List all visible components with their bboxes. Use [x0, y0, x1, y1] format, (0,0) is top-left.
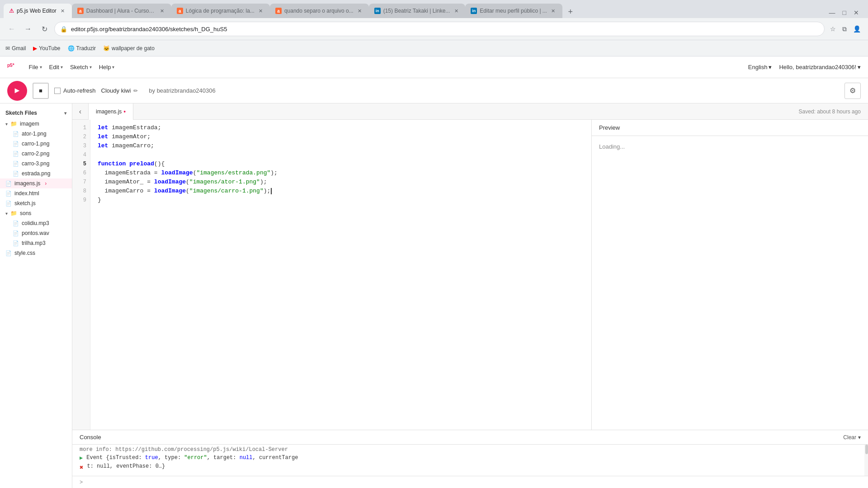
preview-content: Loading...	[592, 136, 868, 430]
linkedin1-favicon-icon: in	[374, 8, 381, 14]
bookmark-translate[interactable]: 🌐 Traduzir	[68, 45, 96, 52]
bookmark-youtube[interactable]: ▶ YouTube	[33, 45, 60, 52]
cat-icon: 🐱	[103, 45, 110, 52]
sidebar-file-carro2[interactable]: 📄 carro-2.png	[0, 149, 72, 159]
console-error-row-2: ✖ t: null, eventPhase: 0…}	[80, 463, 861, 471]
clear-label: Clear	[843, 434, 856, 441]
tab-p5js-close[interactable]: ✕	[59, 7, 66, 14]
code-editor[interactable]: 1 2 3 4 5 6 7 8 9 let imagemEstrada; let…	[72, 120, 591, 430]
file-index-html-label: index.html	[14, 190, 39, 197]
forward-button[interactable]: →	[22, 23, 34, 35]
user-greeting[interactable]: Hello, beatrizbrandao240306! ▾	[779, 64, 861, 70]
menu-file[interactable]: File ▾	[25, 62, 46, 72]
sidebar-file-pontos[interactable]: 📄 pontos.wav	[0, 228, 72, 238]
clear-console-button[interactable]: Clear ▾	[843, 434, 861, 441]
language-selector[interactable]: English ▾	[748, 64, 772, 70]
line-num-1: 1	[72, 123, 90, 132]
editor-tab-imagens-js[interactable]: imagens.js•	[89, 103, 133, 120]
file-chevron-icon: ›	[45, 180, 47, 187]
bookmark-star-icon[interactable]: ☆	[828, 23, 838, 34]
menu-sketch[interactable]: Sketch ▾	[66, 62, 95, 72]
console-input-row[interactable]: >	[72, 476, 868, 488]
line-num-6: 6	[72, 169, 90, 178]
bookmark-wallpaper[interactable]: 🐱 wallpaper de gato	[103, 45, 155, 52]
sidebar-header[interactable]: Sketch Files ▾	[0, 107, 72, 119]
menu-edit[interactable]: Edit ▾	[46, 62, 66, 72]
line-num-5: 5	[72, 160, 90, 169]
tab-linkedin1[interactable]: in (15) Beatriz Takaki | Linke... ✕	[369, 4, 466, 18]
file-icon: 📄	[13, 221, 19, 226]
stop-button[interactable]: ■	[33, 83, 49, 99]
code-content[interactable]: let imagemEstrada; let imagemAtor; let i…	[90, 120, 591, 430]
tab-alura1[interactable]: a Dashboard | Alura - Cursos... ✕	[72, 4, 171, 18]
minimize-button[interactable]: —	[827, 7, 837, 18]
console-error-text-1: Event {isTrusted: true, type: "error", t…	[86, 455, 298, 461]
file-pontos-label: pontos.wav	[22, 230, 49, 236]
file-colidiu-label: colidiu.mp3	[22, 220, 49, 226]
sidebar-file-estrada[interactable]: 📄 estrada.png	[0, 169, 72, 178]
extensions-icon[interactable]: ⧉	[840, 23, 849, 35]
code-line-7: imagemAtor_ = loadImage("imagens/ator-1.…	[98, 178, 584, 187]
tab-linkedin2[interactable]: in Editar meu perfil público | ... ✕	[465, 4, 562, 18]
menu-help-chevron-icon: ▾	[112, 65, 114, 70]
line-num-8: 8	[72, 187, 90, 196]
sidebar-file-trilha[interactable]: 📄 trilha.mp3	[0, 238, 72, 248]
editor-area: ‹ imagens.js• Saved: about 8 hours ago 1…	[72, 103, 868, 488]
sidebar-folder-imagem[interactable]: ▾ 📁 imagem	[0, 119, 72, 129]
new-tab-button[interactable]: +	[564, 5, 577, 18]
console-title: Console	[80, 434, 101, 441]
maximize-button[interactable]: □	[841, 7, 848, 18]
auto-refresh-toggle[interactable]: Auto-refresh	[54, 87, 96, 94]
file-icon: 📄	[5, 181, 12, 187]
console-content[interactable]: more info: https://github.com/processing…	[72, 445, 868, 476]
sidebar-file-colidiu[interactable]: 📄 colidiu.mp3	[0, 218, 72, 228]
bookmark-gmail[interactable]: ✉ Gmail	[5, 45, 26, 52]
play-button[interactable]: ►	[7, 81, 27, 101]
address-bar: ← → ↻ 🔒 editor.p5js.org/beatrizbrandao24…	[0, 18, 868, 40]
console-scrollbar-thumb[interactable]	[865, 445, 868, 454]
settings-button[interactable]: ⚙	[844, 83, 861, 99]
sidebar-folder-sons[interactable]: ▾ 📁 sons	[0, 208, 72, 218]
tab-linkedin1-close[interactable]: ✕	[453, 7, 460, 14]
menu-file-chevron-icon: ▾	[40, 65, 42, 70]
tab-alura1-close[interactable]: ✕	[159, 7, 166, 14]
code-line-1: let imagemEstrada;	[98, 123, 584, 132]
folder-caret-icon: ▾	[5, 122, 8, 127]
close-button[interactable]: ✕	[852, 7, 861, 18]
console-area: Console Clear ▾ more info: https://githu…	[72, 430, 868, 488]
error-circle-icon: ✖	[80, 464, 83, 471]
file-carro1-label: carro-1.png	[22, 141, 49, 147]
sidebar-file-index-html[interactable]: 📄 index.html	[0, 188, 72, 198]
reload-button[interactable]: ↻	[38, 23, 51, 35]
menu-help[interactable]: Help ▾	[95, 62, 118, 72]
console-scrollbar[interactable]	[864, 445, 868, 476]
profile-icon[interactable]: 👤	[851, 23, 863, 34]
sidebar-file-ator[interactable]: 📄 ator-1.png	[0, 129, 72, 139]
file-carro2-label: carro-2.png	[22, 150, 49, 157]
tab-p5js[interactable]: ⚠ p5.js Web Editor ✕	[4, 4, 72, 18]
app-container: p5* File ▾ Edit ▾ Sketch ▾ Help ▾ Englis…	[0, 56, 868, 488]
tab-alura3-close[interactable]: ✕	[356, 7, 363, 14]
sidebar-collapse-button[interactable]: ‹	[72, 103, 89, 120]
pencil-icon[interactable]: ✏	[133, 88, 138, 94]
tab-linkedin2-close[interactable]: ✕	[550, 7, 557, 14]
back-button[interactable]: ←	[5, 23, 18, 35]
folder-icon: 📁	[10, 210, 17, 216]
sidebar-file-sketch-js[interactable]: 📄 sketch.js	[0, 198, 72, 208]
auto-refresh-checkbox[interactable]	[54, 88, 61, 94]
sidebar-file-imagens-js[interactable]: 📄 imagens.js ›	[0, 178, 72, 188]
file-icon: 📄	[13, 171, 19, 177]
line-num-2: 2	[72, 132, 90, 141]
console-input-field[interactable]	[86, 479, 861, 486]
tab-alura3[interactable]: a quando separo o arquivo o... ✕	[270, 4, 369, 18]
line-num-7: 7	[72, 178, 90, 187]
sidebar-file-carro1[interactable]: 📄 carro-1.png	[0, 139, 72, 149]
tab-alura2-close[interactable]: ✕	[257, 7, 264, 14]
linkedin2-favicon-icon: in	[471, 8, 477, 14]
url-text: editor.p5js.org/beatrizbrandao240306/ske…	[71, 26, 819, 33]
play-triangle-icon: ▶	[80, 455, 83, 461]
tab-alura2[interactable]: a Lógica de programação: la... ✕	[171, 4, 270, 18]
url-bar[interactable]: 🔒 editor.p5js.org/beatrizbrandao240306/s…	[54, 22, 825, 36]
sidebar-file-carro3[interactable]: 📄 carro-3.png	[0, 159, 72, 169]
sidebar-file-style-css[interactable]: 📄 style.css	[0, 248, 72, 258]
